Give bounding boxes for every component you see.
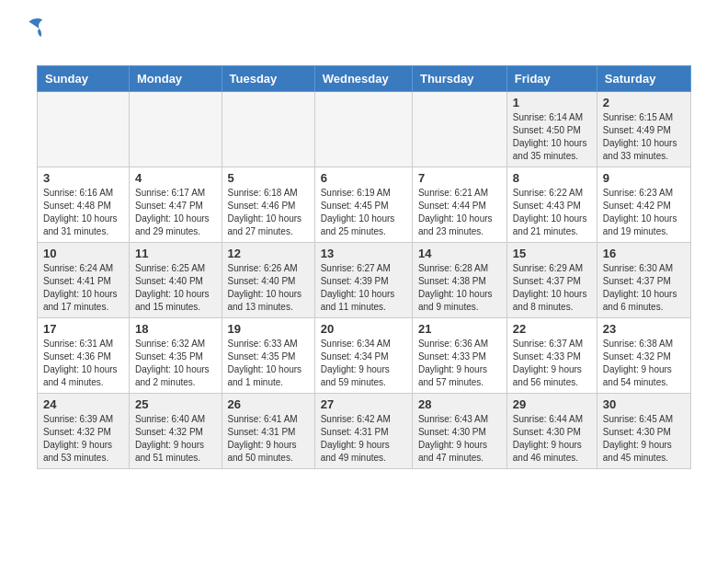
day-number: 21 (418, 322, 501, 336)
day-number: 27 (321, 397, 406, 411)
day-info: Sunrise: 6:22 AM Sunset: 4:43 PM Dayligh… (513, 187, 591, 238)
calendar-cell: 12Sunrise: 6:26 AM Sunset: 4:40 PM Dayli… (222, 243, 314, 318)
day-info: Sunrise: 6:15 AM Sunset: 4:49 PM Dayligh… (603, 111, 685, 163)
calendar-cell: 25Sunrise: 6:40 AM Sunset: 4:32 PM Dayli… (129, 394, 222, 469)
calendar-cell: 18Sunrise: 6:32 AM Sunset: 4:35 PM Dayli… (129, 318, 222, 394)
day-info: Sunrise: 6:41 AM Sunset: 4:31 PM Dayligh… (228, 413, 309, 465)
calendar-cell: 4Sunrise: 6:17 AM Sunset: 4:47 PM Daylig… (129, 167, 222, 243)
day-info: Sunrise: 6:39 AM Sunset: 4:32 PM Dayligh… (43, 413, 123, 465)
day-info: Sunrise: 6:34 AM Sunset: 4:34 PM Dayligh… (321, 338, 406, 389)
calendar-cell: 19Sunrise: 6:33 AM Sunset: 4:35 PM Dayli… (222, 318, 314, 394)
calendar-cell: 3Sunrise: 6:16 AM Sunset: 4:48 PM Daylig… (38, 167, 130, 243)
weekday-header: Saturday (597, 66, 690, 92)
calendar-cell: 6Sunrise: 6:19 AM Sunset: 4:45 PM Daylig… (314, 167, 412, 243)
day-number: 10 (43, 247, 123, 260)
day-info: Sunrise: 6:28 AM Sunset: 4:38 PM Dayligh… (418, 262, 501, 314)
weekday-header: Wednesday (314, 66, 412, 92)
day-number: 7 (418, 171, 501, 185)
calendar-cell: 27Sunrise: 6:42 AM Sunset: 4:31 PM Dayli… (314, 394, 412, 469)
calendar-cell (314, 92, 412, 167)
day-number: 9 (603, 171, 685, 185)
day-number: 1 (513, 96, 591, 109)
day-info: Sunrise: 6:38 AM Sunset: 4:32 PM Dayligh… (603, 338, 685, 389)
calendar-cell: 26Sunrise: 6:41 AM Sunset: 4:31 PM Dayli… (222, 394, 314, 469)
day-info: Sunrise: 6:21 AM Sunset: 4:44 PM Dayligh… (418, 187, 501, 238)
calendar-cell: 13Sunrise: 6:27 AM Sunset: 4:39 PM Dayli… (314, 243, 412, 318)
calendar-cell: 1Sunrise: 6:14 AM Sunset: 4:50 PM Daylig… (506, 92, 597, 167)
day-info: Sunrise: 6:16 AM Sunset: 4:48 PM Dayligh… (43, 187, 123, 238)
day-number: 26 (228, 397, 309, 411)
calendar-cell: 16Sunrise: 6:30 AM Sunset: 4:37 PM Dayli… (597, 243, 690, 318)
weekday-header: Monday (129, 66, 222, 92)
weekday-header: Thursday (412, 66, 506, 92)
calendar-cell: 24Sunrise: 6:39 AM Sunset: 4:32 PM Dayli… (38, 394, 130, 469)
logo (18, 15, 46, 58)
calendar-table: SundayMondayTuesdayWednesdayThursdayFrid… (37, 65, 691, 469)
day-number: 28 (418, 397, 501, 411)
weekday-header: Tuesday (222, 66, 314, 92)
day-info: Sunrise: 6:25 AM Sunset: 4:40 PM Dayligh… (135, 262, 216, 314)
day-info: Sunrise: 6:43 AM Sunset: 4:30 PM Dayligh… (418, 413, 501, 465)
weekday-header: Sunday (38, 66, 130, 92)
day-info: Sunrise: 6:26 AM Sunset: 4:40 PM Dayligh… (228, 262, 309, 314)
day-number: 30 (603, 397, 685, 411)
day-number: 14 (418, 247, 501, 260)
day-info: Sunrise: 6:32 AM Sunset: 4:35 PM Dayligh… (135, 338, 216, 389)
day-info: Sunrise: 6:27 AM Sunset: 4:39 PM Dayligh… (321, 262, 406, 314)
calendar-cell: 28Sunrise: 6:43 AM Sunset: 4:30 PM Dayli… (412, 394, 506, 469)
day-number: 25 (135, 397, 216, 411)
page-header (0, 0, 728, 65)
day-info: Sunrise: 6:24 AM Sunset: 4:41 PM Dayligh… (43, 262, 123, 314)
calendar-cell: 30Sunrise: 6:45 AM Sunset: 4:30 PM Dayli… (597, 394, 690, 469)
day-info: Sunrise: 6:36 AM Sunset: 4:33 PM Dayligh… (418, 338, 501, 389)
calendar-cell: 17Sunrise: 6:31 AM Sunset: 4:36 PM Dayli… (38, 318, 130, 394)
day-number: 11 (135, 247, 216, 260)
day-number: 17 (43, 322, 123, 336)
calendar-cell: 5Sunrise: 6:18 AM Sunset: 4:46 PM Daylig… (222, 167, 314, 243)
calendar-cell: 22Sunrise: 6:37 AM Sunset: 4:33 PM Dayli… (506, 318, 597, 394)
day-info: Sunrise: 6:31 AM Sunset: 4:36 PM Dayligh… (43, 338, 123, 389)
day-info: Sunrise: 6:29 AM Sunset: 4:37 PM Dayligh… (513, 262, 591, 314)
day-number: 5 (228, 171, 309, 185)
calendar-cell: 10Sunrise: 6:24 AM Sunset: 4:41 PM Dayli… (38, 243, 130, 318)
calendar-wrapper: SundayMondayTuesdayWednesdayThursdayFrid… (0, 65, 728, 469)
day-number: 8 (513, 171, 591, 185)
day-info: Sunrise: 6:44 AM Sunset: 4:30 PM Dayligh… (513, 413, 591, 465)
day-number: 24 (43, 397, 123, 411)
day-info: Sunrise: 6:17 AM Sunset: 4:47 PM Dayligh… (135, 187, 216, 238)
day-info: Sunrise: 6:30 AM Sunset: 4:37 PM Dayligh… (603, 262, 685, 314)
day-number: 20 (321, 322, 406, 336)
calendar-cell: 8Sunrise: 6:22 AM Sunset: 4:43 PM Daylig… (506, 167, 597, 243)
calendar-cell: 20Sunrise: 6:34 AM Sunset: 4:34 PM Dayli… (314, 318, 412, 394)
day-info: Sunrise: 6:40 AM Sunset: 4:32 PM Dayligh… (135, 413, 216, 465)
day-number: 23 (603, 322, 685, 336)
calendar-cell: 15Sunrise: 6:29 AM Sunset: 4:37 PM Dayli… (506, 243, 597, 318)
day-number: 3 (43, 171, 123, 185)
calendar-cell: 14Sunrise: 6:28 AM Sunset: 4:38 PM Dayli… (412, 243, 506, 318)
calendar-cell: 2Sunrise: 6:15 AM Sunset: 4:49 PM Daylig… (597, 92, 690, 167)
day-number: 16 (603, 247, 685, 260)
day-info: Sunrise: 6:42 AM Sunset: 4:31 PM Dayligh… (321, 413, 406, 465)
day-info: Sunrise: 6:23 AM Sunset: 4:42 PM Dayligh… (603, 187, 685, 238)
calendar-cell (38, 92, 130, 167)
day-number: 13 (321, 247, 406, 260)
calendar-cell (222, 92, 314, 167)
day-info: Sunrise: 6:45 AM Sunset: 4:30 PM Dayligh… (603, 413, 685, 465)
day-number: 4 (135, 171, 216, 185)
day-info: Sunrise: 6:33 AM Sunset: 4:35 PM Dayligh… (228, 338, 309, 389)
calendar-cell: 23Sunrise: 6:38 AM Sunset: 4:32 PM Dayli… (597, 318, 690, 394)
day-number: 6 (321, 171, 406, 185)
day-info: Sunrise: 6:14 AM Sunset: 4:50 PM Dayligh… (513, 111, 591, 163)
calendar-cell: 11Sunrise: 6:25 AM Sunset: 4:40 PM Dayli… (129, 243, 222, 318)
day-number: 15 (513, 247, 591, 260)
calendar-cell: 7Sunrise: 6:21 AM Sunset: 4:44 PM Daylig… (412, 167, 506, 243)
weekday-header: Friday (506, 66, 597, 92)
calendar-cell: 21Sunrise: 6:36 AM Sunset: 4:33 PM Dayli… (412, 318, 506, 394)
day-info: Sunrise: 6:37 AM Sunset: 4:33 PM Dayligh… (513, 338, 591, 389)
day-number: 12 (228, 247, 309, 260)
calendar-cell (129, 92, 222, 167)
calendar-cell: 9Sunrise: 6:23 AM Sunset: 4:42 PM Daylig… (597, 167, 690, 243)
day-info: Sunrise: 6:18 AM Sunset: 4:46 PM Dayligh… (228, 187, 309, 238)
day-number: 22 (513, 322, 591, 336)
calendar-cell: 29Sunrise: 6:44 AM Sunset: 4:30 PM Dayli… (506, 394, 597, 469)
